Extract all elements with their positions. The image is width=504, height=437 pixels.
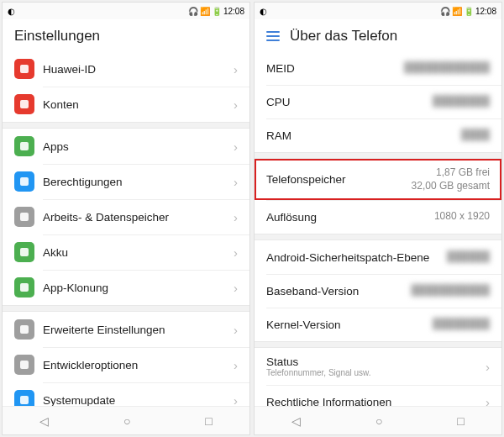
settings-row-akku[interactable]: Akku› — [3, 234, 249, 270]
settings-list[interactable]: Huawei-ID›Konten›Apps›Berechtigungen›Arb… — [3, 51, 249, 406]
row-label: Baseband-Version — [266, 285, 411, 297]
info-row-patch: Android-Sicherheitspatch-Ebene██████ — [255, 240, 501, 274]
row-label: App-Klonung — [43, 282, 234, 294]
settings-row-entwickler[interactable]: Entwickleroptionen› — [3, 347, 249, 382]
svg-rect-9 — [20, 396, 29, 404]
settings-row-konten[interactable]: Konten› — [3, 87, 249, 122]
row-label: Systemupdate — [43, 394, 234, 407]
app_klonung-icon — [14, 277, 34, 297]
row-value: 1080 x 1920 — [434, 210, 490, 224]
info-row-kernel: Kernel-Version████████ — [255, 308, 501, 341]
erweiterte-icon — [14, 319, 34, 340]
settings-row-huawei_id[interactable]: Huawei-ID› — [3, 51, 249, 87]
berechtigungen-icon — [14, 171, 34, 192]
page-header: Über das Telefon — [255, 19, 501, 51]
row-label: Kernel-Version — [266, 319, 433, 331]
row-label: Erweiterte Einstellungen — [43, 324, 234, 336]
clock: 12:08 — [223, 7, 244, 16]
apps-icon — [14, 136, 34, 156]
konten-icon — [14, 94, 34, 114]
nav-bar: ◁ ○ □ — [255, 406, 501, 434]
nav-bar: ◁ ○ □ — [3, 406, 249, 434]
row-value: ████████ — [433, 95, 490, 108]
row-label: Entwickleroptionen — [43, 359, 234, 371]
entwickler-icon — [14, 355, 34, 375]
info-row-status[interactable]: StatusTelefonnummer, Signal usw.› — [255, 348, 501, 385]
settings-screen: ◐ 🎧 📶 🔋 12:08 Einstellungen Huawei-ID›Ko… — [2, 2, 250, 435]
svg-rect-3 — [20, 177, 29, 186]
app-indicator-icon: ◐ — [8, 7, 15, 16]
chevron-right-icon: › — [234, 393, 238, 407]
chevron-right-icon: › — [234, 245, 238, 260]
chevron-right-icon: › — [234, 358, 238, 372]
row-label: Auflösung — [266, 211, 434, 224]
headphones-icon: 🎧 — [188, 7, 198, 16]
settings-row-erweiterte[interactable]: Erweiterte Einstellungen› — [3, 312, 249, 347]
row-label: Akku — [43, 246, 234, 259]
about-phone-screen: ◐ 🎧 📶 🔋 12:08 Über das Telefon MEID█████… — [254, 2, 502, 435]
signal-icon: 📶 — [452, 7, 462, 16]
row-value: ███████████ — [411, 284, 490, 297]
info-row-storage: Telefonspeicher1,87 GB frei32,00 GB gesa… — [255, 159, 501, 200]
row-label: Konten — [43, 98, 234, 111]
chevron-right-icon: › — [234, 281, 238, 295]
back-button[interactable]: ◁ — [39, 414, 49, 428]
settings-row-systemupdate[interactable]: Systemupdate› — [3, 382, 249, 406]
row-label: Huawei-ID — [43, 63, 234, 76]
row-label: Berechtigungen — [43, 176, 234, 188]
clock: 12:08 — [475, 7, 496, 16]
page-title: Über das Telefon — [290, 28, 397, 45]
row-label: Rechtliche Informationen — [266, 396, 391, 406]
row-value: ██████ — [447, 250, 490, 264]
row-value: ████████ — [433, 318, 490, 331]
info-row-cpu: CPU████████ — [255, 85, 501, 118]
info-row-rechtliche[interactable]: Rechtliche Informationen› — [255, 385, 501, 406]
row-label: RAM — [266, 129, 461, 142]
row-label: Status — [266, 355, 371, 368]
recent-button[interactable]: □ — [205, 414, 212, 428]
headphones-icon: 🎧 — [440, 7, 450, 16]
row-label: MEID — [266, 62, 404, 75]
akku-icon — [14, 242, 34, 262]
row-value: ████ — [461, 129, 490, 142]
chevron-right-icon: › — [234, 97, 238, 112]
chevron-right-icon: › — [234, 210, 238, 224]
chevron-right-icon: › — [234, 175, 238, 189]
svg-rect-5 — [20, 248, 29, 256]
chevron-right-icon: › — [486, 360, 490, 374]
signal-icon: 📶 — [200, 7, 210, 16]
chevron-right-icon: › — [234, 323, 238, 337]
row-value: 1,87 GB frei32,00 GB gesamt — [412, 166, 490, 192]
svg-rect-6 — [20, 283, 29, 292]
info-row-ram: RAM████ — [255, 118, 501, 152]
back-button[interactable]: ◁ — [291, 414, 301, 428]
about-list[interactable]: MEID████████████CPU████████RAM████Telefo… — [255, 51, 501, 406]
status-bar: ◐ 🎧 📶 🔋 12:08 — [255, 3, 501, 19]
row-label: Arbeits- & Datenspeicher — [43, 211, 234, 224]
info-row-meid: MEID████████████ — [255, 51, 501, 85]
menu-icon[interactable] — [266, 31, 280, 41]
recent-button[interactable]: □ — [457, 414, 464, 428]
svg-rect-1 — [20, 100, 29, 108]
chevron-right-icon: › — [486, 395, 490, 406]
page-title: Einstellungen — [3, 19, 249, 51]
battery-icon: 🔋 — [212, 7, 222, 16]
settings-row-berechtigungen[interactable]: Berechtigungen› — [3, 164, 249, 199]
chevron-right-icon: › — [234, 140, 238, 154]
status-bar: ◐ 🎧 📶 🔋 12:08 — [3, 3, 249, 19]
row-label: Android-Sicherheitspatch-Ebene — [266, 251, 447, 264]
svg-rect-8 — [20, 361, 29, 369]
huawei_id-icon — [14, 59, 34, 79]
settings-row-app_klonung[interactable]: App-Klonung› — [3, 270, 249, 305]
settings-row-arbeits_datenspeicher[interactable]: Arbeits- & Datenspeicher› — [3, 199, 249, 234]
info-row-baseband: Baseband-Version███████████ — [255, 274, 501, 308]
systemupdate-icon — [14, 390, 34, 406]
row-label: CPU — [266, 96, 433, 108]
svg-rect-2 — [20, 142, 29, 150]
home-button[interactable]: ○ — [123, 414, 130, 428]
svg-rect-0 — [20, 65, 29, 73]
row-label: Telefonspeicher — [266, 173, 412, 186]
svg-rect-7 — [20, 325, 29, 334]
settings-row-apps[interactable]: Apps› — [3, 129, 249, 164]
home-button[interactable]: ○ — [375, 414, 382, 428]
